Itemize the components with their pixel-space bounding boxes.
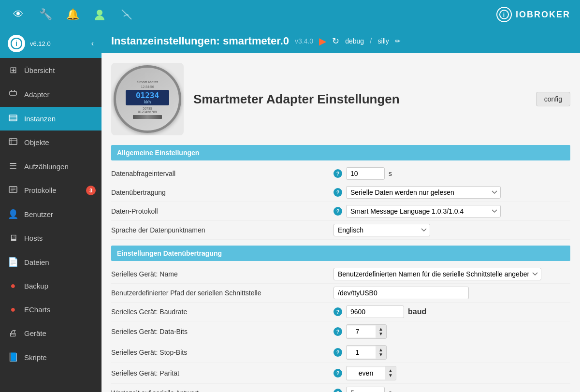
geraete-icon: 🖨 <box>8 328 18 338</box>
instance-play-btn[interactable]: ▶ <box>319 35 326 47</box>
sidebar-item-aufzaehlungen[interactable]: ☰ Aufzählungen <box>0 154 102 178</box>
row-pfad: Benutzerdefinierter Pfad der seriellen S… <box>111 284 570 303</box>
stepper-stop-bits-btns[interactable]: ▲ ▼ <box>376 346 386 359</box>
label-datenuebertragung: Datenübertragung <box>111 189 334 196</box>
sidebar: i v6.12.0 ‹ ⊞ Übersicht Adapter <box>0 29 102 392</box>
instance-reload-btn[interactable]: ↻ <box>332 36 339 46</box>
label-baudrate: Serielles Gerät: Baudrate <box>111 308 334 316</box>
backup-icon: ● <box>8 281 18 291</box>
stepper-paritaet-btns[interactable]: ▲ ▼ <box>385 366 396 380</box>
wifi-off-icon[interactable] <box>118 6 135 23</box>
sidebar-label-aufzaehlungen: Aufzählungen <box>24 162 69 171</box>
label-datenabfrageintervall: Datenabfrageintervall <box>111 170 334 177</box>
sidebar-item-hosts[interactable]: 🖥 Hosts <box>0 226 102 250</box>
control-baudrate: ? baud <box>334 305 570 318</box>
sidebar-item-skripte[interactable]: 📘 Skripte <box>0 345 102 369</box>
select-datenuebertragung[interactable]: Serielle Daten werden nur gelesen TCP/IP <box>346 186 501 199</box>
bell-icon[interactable]: 🔔 <box>64 6 81 23</box>
row-wartezeit: Wartezeit auf serielle Antwort ? s <box>111 384 570 392</box>
aufzaehlungen-icon: ☰ <box>8 161 18 172</box>
help-icon-baudrate[interactable]: ? <box>334 307 342 316</box>
sidebar-label-echarts: ECharts <box>24 305 50 314</box>
help-icon-daten-protokoll[interactable]: ? <box>334 207 342 216</box>
sidebar-item-instanzen[interactable]: Instanzen <box>0 107 102 131</box>
adapter-title: Smartmeter Adapter Einstellungen <box>193 92 400 107</box>
input-stop-bits[interactable] <box>347 347 376 358</box>
sidebar-item-benutzer[interactable]: 👤 Benutzer <box>0 202 102 226</box>
sidebar-label-protokolle: Protokolle <box>24 186 57 194</box>
wrench-icon[interactable]: 🔧 <box>37 6 54 23</box>
stepper-stop-bits: ▲ ▼ <box>346 345 387 360</box>
select-serielles-geraet[interactable]: Benutzerdefinierten Namen für die seriel… <box>334 268 541 280</box>
sidebar-item-echarts[interactable]: ● ECharts <box>0 298 102 321</box>
unit-wartezeit: s <box>389 389 392 392</box>
sidebar-item-adapter[interactable]: Adapter <box>0 82 102 107</box>
sidebar-item-backup[interactable]: ● Backup <box>0 274 102 298</box>
help-icon-datenabfrageintervall[interactable]: ? <box>334 169 342 178</box>
control-datenabfrageintervall: ? s <box>334 167 570 180</box>
unit-baudrate: baud <box>408 307 426 316</box>
sidebar-item-geraete[interactable]: 🖨 Geräte <box>0 321 102 345</box>
input-wartezeit[interactable] <box>346 387 385 392</box>
protokolle-icon <box>8 185 18 195</box>
content-area: Instanzeinstellungen: smartmeter.0 v3.4.… <box>102 29 580 392</box>
help-icon-datenuebertragung[interactable]: ? <box>334 188 342 197</box>
config-btn[interactable]: config <box>536 92 570 106</box>
instanzen-icon <box>8 114 18 124</box>
row-baudrate: Serielles Gerät: Baudrate ? baud <box>111 303 570 321</box>
instance-title: Instanzeinstellungen: smartmeter.0 <box>111 35 289 47</box>
row-data-bits: Serielles Gerät: Data-Bits ? ▲ ▼ <box>111 321 570 342</box>
dateien-icon: 📄 <box>8 257 18 267</box>
sidebar-item-uebersicht[interactable]: ⊞ Übersicht <box>0 58 102 82</box>
sidebar-logo-icon: i <box>8 35 25 52</box>
label-stop-bits: Serielles Gerät: Stop-Bits <box>111 348 334 356</box>
sidebar-label-skripte: Skripte <box>24 353 47 362</box>
row-datenabfrageintervall: Datenabfrageintervall ? s <box>111 164 570 183</box>
topbar: 👁 🔧 🔔 i IOBROKER <box>0 0 580 29</box>
stepper-data-bits-btns[interactable]: ▲ ▼ <box>376 325 386 338</box>
row-daten-protokoll: Daten-Protokoll ? Smart Message Language… <box>111 202 570 221</box>
sidebar-collapse-btn[interactable]: ‹ <box>91 39 94 48</box>
row-stop-bits: Serielles Gerät: Stop-Bits ? ▲ ▼ <box>111 342 570 363</box>
label-data-bits: Serielles Gerät: Data-Bits <box>111 328 334 335</box>
input-paritaet[interactable] <box>347 367 385 379</box>
select-sprache[interactable]: Englisch Deutsch <box>334 224 430 236</box>
protokolle-badge: 3 <box>86 186 96 195</box>
section-datenuebertragung: Einstellungen Datenübertragung <box>111 246 570 261</box>
input-pfad[interactable] <box>334 287 469 299</box>
input-baudrate[interactable] <box>346 305 404 318</box>
control-stop-bits: ? ▲ ▼ <box>334 345 570 360</box>
input-datenabfrageintervall[interactable] <box>346 167 385 180</box>
input-data-bits[interactable] <box>347 326 376 337</box>
sidebar-item-protokolle[interactable]: Protokolle 3 <box>0 178 102 202</box>
instance-slash: / <box>370 37 372 45</box>
app-logo: i <box>496 7 512 22</box>
instance-edit-btn[interactable]: ✏ <box>395 37 401 45</box>
svg-rect-6 <box>10 91 16 95</box>
control-data-bits: ? ▲ ▼ <box>334 324 570 339</box>
label-wartezeit: Wartezeit auf serielle Antwort <box>111 389 334 392</box>
row-paritaet: Serielles Gerät: Parität ? ▲ ▼ <box>111 363 570 384</box>
select-daten-protokoll[interactable]: Smart Message Language 1.0.3/1.0.4 IEC 6… <box>346 205 501 218</box>
adapter-icon <box>8 89 18 100</box>
help-icon-data-bits[interactable]: ? <box>334 327 342 336</box>
eye-icon[interactable]: 👁 <box>10 6 27 23</box>
help-icon-wartezeit[interactable]: ? <box>334 389 342 392</box>
control-pfad <box>334 287 570 299</box>
sidebar-logo: i v6.12.0 ‹ <box>0 29 102 58</box>
sidebar-item-objekte[interactable]: Objekte <box>0 131 102 154</box>
row-serielles-geraet: Serielles Gerät: Name Benutzerdefinierte… <box>111 265 570 284</box>
help-icon-stop-bits[interactable]: ? <box>334 348 342 357</box>
control-datenuebertragung: ? Serielle Daten werden nur gelesen TCP/… <box>334 186 570 199</box>
sidebar-item-dateien[interactable]: 📄 Dateien <box>0 250 102 274</box>
sidebar-label-backup: Backup <box>24 282 48 290</box>
adapter-header: Smart Meter 12:34:56 01234 kWh 56789 012… <box>111 63 570 135</box>
objekte-icon <box>8 137 18 147</box>
sidebar-label-hosts: Hosts <box>24 234 43 242</box>
person-icon[interactable] <box>91 6 108 23</box>
help-icon-paritaet[interactable]: ? <box>334 369 342 377</box>
sidebar-label-geraete: Geräte <box>24 329 46 337</box>
sidebar-version: v6.12.0 <box>30 40 51 47</box>
svg-text:i: i <box>503 12 505 18</box>
hosts-icon: 🖥 <box>8 233 18 243</box>
